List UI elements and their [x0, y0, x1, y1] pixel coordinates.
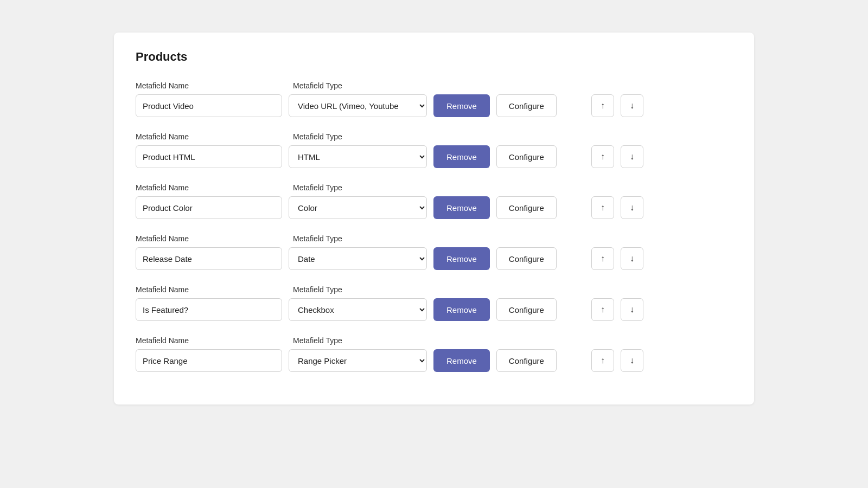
- metafield-type-select[interactable]: TextHTMLVideo URL (Vimeo, YoutubeColorDa…: [289, 145, 427, 168]
- metafield-name-input[interactable]: [136, 94, 282, 117]
- remove-button[interactable]: Remove: [433, 349, 490, 372]
- metafield-name-input[interactable]: [136, 298, 282, 321]
- metafield-type-select[interactable]: TextHTMLVideo URL (Vimeo, YoutubeColorDa…: [289, 196, 427, 219]
- configure-button[interactable]: Configure: [496, 247, 557, 270]
- metafield-name-label: Metafield Name: [136, 183, 282, 192]
- metafield-type-label: Metafield Type: [293, 132, 431, 141]
- metafield-name-label: Metafield Name: [136, 132, 282, 141]
- remove-button[interactable]: Remove: [433, 247, 490, 270]
- move-up-button[interactable]: ↑: [591, 94, 614, 117]
- metafield-name-input[interactable]: [136, 145, 282, 168]
- move-down-button[interactable]: ↓: [621, 349, 643, 372]
- configure-button[interactable]: Configure: [496, 94, 557, 117]
- products-card: Products Metafield NameMetafield TypeVid…: [114, 33, 754, 404]
- remove-button[interactable]: Remove: [433, 298, 490, 321]
- configure-button[interactable]: Configure: [496, 145, 557, 168]
- metafield-type-label: Metafield Type: [293, 183, 431, 192]
- metafield-type-select[interactable]: TextHTMLVideo URL (Vimeo, YoutubeColorDa…: [289, 349, 427, 372]
- metafield-name-input[interactable]: [136, 196, 282, 219]
- metafield-row: Metafield NameMetafield TypeTextHTMLVide…: [136, 132, 732, 168]
- move-down-button[interactable]: ↓: [621, 247, 643, 270]
- metafield-name-input[interactable]: [136, 349, 282, 372]
- remove-button[interactable]: Remove: [433, 94, 490, 117]
- configure-button[interactable]: Configure: [496, 298, 557, 321]
- metafield-type-select[interactable]: Video URL (Vimeo, YoutubeTextHTMLColorDa…: [289, 94, 427, 117]
- metafield-name-label: Metafield Name: [136, 81, 282, 90]
- move-up-button[interactable]: ↑: [591, 196, 614, 219]
- move-down-button[interactable]: ↓: [621, 145, 643, 168]
- metafield-type-select[interactable]: TextHTMLVideo URL (Vimeo, YoutubeColorDa…: [289, 298, 427, 321]
- metafield-name-label: Metafield Name: [136, 234, 282, 243]
- move-up-button[interactable]: ↑: [591, 298, 614, 321]
- configure-button[interactable]: Configure: [496, 349, 557, 372]
- metafield-rows-container: Metafield NameMetafield TypeVideo URL (V…: [136, 81, 732, 372]
- move-down-button[interactable]: ↓: [621, 94, 643, 117]
- move-down-button[interactable]: ↓: [621, 298, 643, 321]
- metafield-type-label: Metafield Type: [293, 336, 431, 345]
- metafield-name-input[interactable]: [136, 247, 282, 270]
- metafield-type-label: Metafield Type: [293, 234, 431, 243]
- move-down-button[interactable]: ↓: [621, 196, 643, 219]
- move-up-button[interactable]: ↑: [591, 145, 614, 168]
- configure-button[interactable]: Configure: [496, 196, 557, 219]
- remove-button[interactable]: Remove: [433, 196, 490, 219]
- metafield-name-label: Metafield Name: [136, 285, 282, 294]
- metafield-name-label: Metafield Name: [136, 336, 282, 345]
- metafield-row: Metafield NameMetafield TypeTextHTMLVide…: [136, 183, 732, 219]
- page-title: Products: [136, 50, 732, 64]
- metafield-row: Metafield NameMetafield TypeTextHTMLVide…: [136, 234, 732, 270]
- metafield-type-select[interactable]: TextHTMLVideo URL (Vimeo, YoutubeColorDa…: [289, 247, 427, 270]
- metafield-type-label: Metafield Type: [293, 285, 431, 294]
- remove-button[interactable]: Remove: [433, 145, 490, 168]
- move-up-button[interactable]: ↑: [591, 349, 614, 372]
- metafield-row: Metafield NameMetafield TypeVideo URL (V…: [136, 81, 732, 117]
- metafield-row: Metafield NameMetafield TypeTextHTMLVide…: [136, 336, 732, 372]
- move-up-button[interactable]: ↑: [591, 247, 614, 270]
- metafield-type-label: Metafield Type: [293, 81, 431, 90]
- metafield-row: Metafield NameMetafield TypeTextHTMLVide…: [136, 285, 732, 321]
